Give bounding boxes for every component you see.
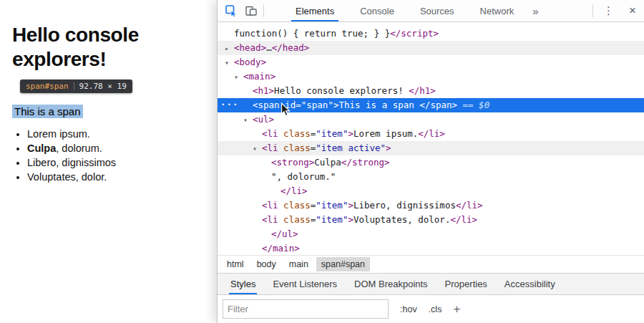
dom-tree-line[interactable]: ▸<head>…</head> bbox=[218, 41, 644, 55]
menu-icon[interactable]: ⋮ bbox=[596, 0, 621, 21]
expand-arrow-right-icon[interactable]: ▸ bbox=[225, 42, 234, 56]
code-token: function() { return true; } } bbox=[234, 28, 390, 39]
panel-tab-accessibility[interactable]: Accessibility bbox=[496, 274, 564, 294]
code-token: Voluptates, dolor. bbox=[353, 214, 450, 225]
expand-arrow-down-icon[interactable]: ▾ bbox=[225, 56, 234, 70]
more-tabs-icon[interactable]: » bbox=[527, 0, 544, 21]
code-token: </span> bbox=[419, 100, 457, 110]
code-token: <li bbox=[262, 214, 278, 225]
list-item: Culpa, dolorum. bbox=[27, 143, 116, 154]
code-token: class bbox=[278, 214, 311, 225]
breadcrumb-item-body[interactable]: body bbox=[252, 257, 281, 271]
code-token: Lorem ipsum. bbox=[353, 128, 418, 139]
panel-tab-properties[interactable]: Properties bbox=[436, 274, 496, 294]
tab-console[interactable]: Console bbox=[347, 0, 407, 21]
code-token: = bbox=[296, 100, 301, 110]
code-token: <li bbox=[262, 128, 278, 139]
code-token: <ul> bbox=[253, 114, 274, 125]
dom-tree-line[interactable]: <strong>Culpa</strong> bbox=[218, 155, 644, 170]
dom-tree-line[interactable]: </ul> bbox=[218, 227, 644, 241]
dom-tree-line[interactable]: <h1>Hello console explorers! </h1> bbox=[218, 84, 644, 98]
expand-arrow-down-icon[interactable]: ▾ bbox=[234, 70, 243, 85]
dom-tree-line[interactable]: </li> bbox=[218, 184, 644, 198]
code-token: </h1> bbox=[409, 85, 436, 96]
dom-tree-line[interactable]: </main> bbox=[218, 241, 644, 255]
mouse-cursor-icon bbox=[280, 102, 291, 120]
dom-tree: function() { return true; } }</script>▸<… bbox=[218, 22, 644, 255]
code-token: > bbox=[348, 128, 353, 139]
code-token: <body> bbox=[234, 57, 266, 67]
code-token: Hello console explorers! bbox=[274, 85, 409, 96]
code-token: </li> bbox=[456, 200, 483, 211]
device-toolbar-icon[interactable] bbox=[241, 0, 260, 21]
page-heading: Hello console explorers! bbox=[12, 23, 187, 72]
code-token: "item active" bbox=[316, 143, 386, 153]
list-item: Libero, dignissimos bbox=[27, 158, 116, 168]
code-token: </script> bbox=[390, 28, 439, 39]
code-token: <head> bbox=[234, 42, 266, 53]
panel-tab-styles[interactable]: Styles bbox=[222, 274, 264, 294]
dom-tree-line[interactable]: function() { return true; } }</script> bbox=[218, 26, 644, 41]
code-token: </li> bbox=[450, 214, 477, 225]
dom-tree-line[interactable]: <li class="item">Voluptates, dolor.</li> bbox=[218, 213, 644, 227]
devtools-toolbar: ElementsConsoleSourcesNetwork » ⋮ × bbox=[218, 0, 644, 22]
expand-arrow-down-icon[interactable]: ▾ bbox=[253, 142, 262, 156]
code-token: This is a span bbox=[338, 100, 419, 110]
dom-tree-line[interactable]: ▾<body> bbox=[218, 55, 644, 69]
toolbar-spacer bbox=[545, 0, 590, 21]
code-token: </li> bbox=[280, 185, 308, 196]
more-actions-icon[interactable]: ··· bbox=[220, 97, 239, 112]
code-token: > bbox=[348, 214, 353, 225]
code-token: "item" bbox=[316, 128, 348, 139]
devtools-tabs: ElementsConsoleSourcesNetwork bbox=[283, 0, 527, 21]
code-token: == $0 bbox=[457, 100, 489, 110]
breadcrumb-item-span-span[interactable]: span#span bbox=[316, 257, 370, 271]
panel-tab-event-listeners[interactable]: Event Listeners bbox=[264, 274, 346, 294]
list-item: Voluptates, dolor. bbox=[27, 172, 116, 183]
new-style-rule-icon[interactable]: + bbox=[453, 302, 460, 317]
devtools-panel: ElementsConsoleSourcesNetwork » ⋮ × func… bbox=[217, 0, 644, 323]
breadcrumb-item-main[interactable]: main bbox=[284, 257, 313, 271]
toolbar-separator bbox=[263, 4, 264, 17]
styles-panel-tabs: StylesEvent ListenersDOM BreakpointsProp… bbox=[218, 273, 644, 295]
dom-tree-line[interactable]: <li class="item">Libero, dignissimos</li… bbox=[218, 198, 644, 213]
breadcrumb-item-html[interactable]: html bbox=[222, 257, 249, 271]
code-token: > bbox=[348, 200, 353, 211]
styles-filter-bar: :hov .cls + bbox=[218, 295, 644, 323]
code-token: <h1> bbox=[253, 85, 274, 96]
style-filter-input[interactable] bbox=[223, 299, 389, 319]
code-token: Libero, dignissimos bbox=[353, 200, 456, 211]
code-token: <li bbox=[262, 143, 278, 153]
tab-network[interactable]: Network bbox=[467, 0, 527, 21]
tab-elements[interactable]: Elements bbox=[283, 0, 347, 21]
tooltip-selector: span#span bbox=[26, 82, 69, 91]
code-token: … bbox=[266, 42, 272, 53]
dom-tree-line[interactable]: ▾<main> bbox=[218, 69, 644, 84]
close-icon[interactable]: × bbox=[621, 0, 644, 21]
code-token: class bbox=[278, 200, 311, 211]
tooltip-dimensions: 92.78 × 19 bbox=[79, 82, 127, 91]
panel-tab-dom-breakpoints[interactable]: DOM Breakpoints bbox=[346, 274, 436, 294]
code-token: "span" bbox=[301, 100, 333, 110]
code-token: <strong> bbox=[271, 157, 314, 168]
dom-tree-line[interactable]: ▾<li class="item active"> bbox=[218, 141, 644, 155]
list-item-bold-text: Culpa bbox=[27, 143, 56, 154]
inspect-tooltip: span#span 92.78 × 19 bbox=[20, 79, 132, 93]
expand-arrow-down-icon[interactable]: ▾ bbox=[243, 113, 253, 127]
list-item-text: Lorem ipsum. bbox=[27, 128, 90, 140]
code-token: </head> bbox=[272, 42, 310, 53]
code-token: class bbox=[278, 143, 311, 153]
code-token: > bbox=[386, 143, 391, 153]
code-token: </strong> bbox=[341, 157, 390, 168]
tab-sources[interactable]: Sources bbox=[407, 0, 467, 21]
tooltip-divider bbox=[74, 82, 74, 91]
highlighted-span[interactable]: This is a span bbox=[12, 105, 83, 118]
pseudo-state-toggle[interactable]: :hov bbox=[400, 304, 417, 314]
code-token: <li bbox=[262, 200, 278, 211]
code-token: </li> bbox=[418, 128, 445, 139]
dom-tree-line[interactable]: <li class="item">Lorem ipsum.</li> bbox=[218, 127, 644, 141]
list-item-text: Libero, dignissimos bbox=[27, 157, 116, 168]
inspect-icon[interactable] bbox=[222, 0, 241, 21]
class-toggle[interactable]: .cls bbox=[429, 304, 442, 314]
dom-tree-line[interactable]: ", dolorum." bbox=[218, 170, 644, 184]
